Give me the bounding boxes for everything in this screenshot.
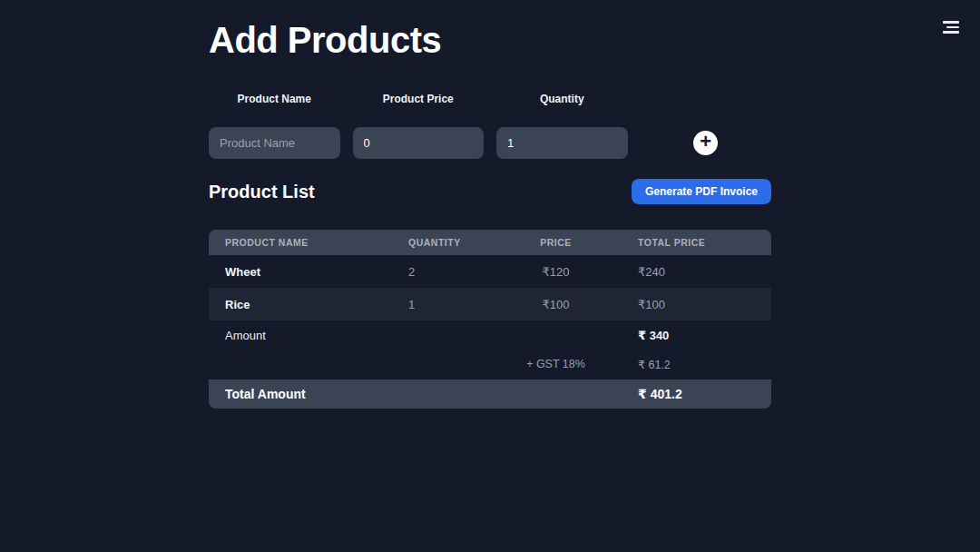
form-inputs-row: + <box>209 127 771 159</box>
header-product-name: PRODUCT NAME <box>209 237 408 248</box>
table-row: Wheet 2 ₹120 ₹240 <box>209 255 771 288</box>
add-product-button[interactable]: + <box>693 131 718 155</box>
add-button-cell: + <box>641 131 772 155</box>
gst-label: + GST 18% <box>490 358 622 370</box>
table-row: Rice 1 ₹100 ₹100 <box>209 288 771 320</box>
quantity-label: Quantity <box>496 93 628 105</box>
hamburger-menu-icon[interactable] <box>941 21 959 34</box>
cell-quantity: 1 <box>408 298 490 311</box>
cell-total-price: ₹240 <box>622 265 771 279</box>
plus-icon: + <box>700 132 711 152</box>
cell-product-name: Wheet <box>209 265 408 279</box>
hamburger-bar <box>943 21 959 24</box>
cell-price: ₹120 <box>490 265 622 279</box>
product-name-input[interactable] <box>209 127 340 159</box>
gst-value: ₹ 61.2 <box>622 358 771 371</box>
header-total-price: TOTAL PRICE <box>622 237 771 248</box>
quantity-input[interactable] <box>496 127 628 159</box>
total-amount-row: Total Amount ₹ 401.2 <box>209 378 771 409</box>
product-name-label: Product Name <box>209 93 340 105</box>
product-list-title: Product List <box>209 182 315 202</box>
total-amount-value: ₹ 401.2 <box>622 387 771 401</box>
form-labels-row: Product Name Product Price Quantity <box>209 93 771 105</box>
amount-row: Amount ₹ 340 <box>209 320 771 350</box>
invoice-app-page: Add Products Product Name Product Price … <box>0 0 980 552</box>
cell-product-name: Rice <box>209 298 408 311</box>
product-table: PRODUCT NAME QUANTITY PRICE TOTAL PRICE … <box>209 230 771 409</box>
product-price-label: Product Price <box>353 93 485 105</box>
table-header-row: PRODUCT NAME QUANTITY PRICE TOTAL PRICE <box>209 230 771 255</box>
hamburger-bar <box>946 26 959 29</box>
amount-label: Amount <box>209 329 408 342</box>
product-price-input[interactable] <box>353 127 485 159</box>
total-amount-label: Total Amount <box>209 387 408 401</box>
amount-value: ₹ 340 <box>622 329 771 342</box>
page-title: Add Products <box>209 20 771 61</box>
header-price: PRICE <box>490 237 622 248</box>
gst-row: + GST 18% ₹ 61.2 <box>209 350 771 378</box>
hamburger-bar <box>943 31 959 34</box>
cell-price: ₹100 <box>490 298 622 311</box>
cell-quantity: 2 <box>408 265 490 279</box>
generate-pdf-invoice-button[interactable]: Generate PDF Invoice <box>632 179 771 204</box>
header-quantity: QUANTITY <box>408 237 490 248</box>
product-list-header: Product List Generate PDF Invoice <box>209 179 771 204</box>
main-container: Add Products Product Name Product Price … <box>209 20 771 409</box>
cell-total-price: ₹100 <box>622 298 771 311</box>
